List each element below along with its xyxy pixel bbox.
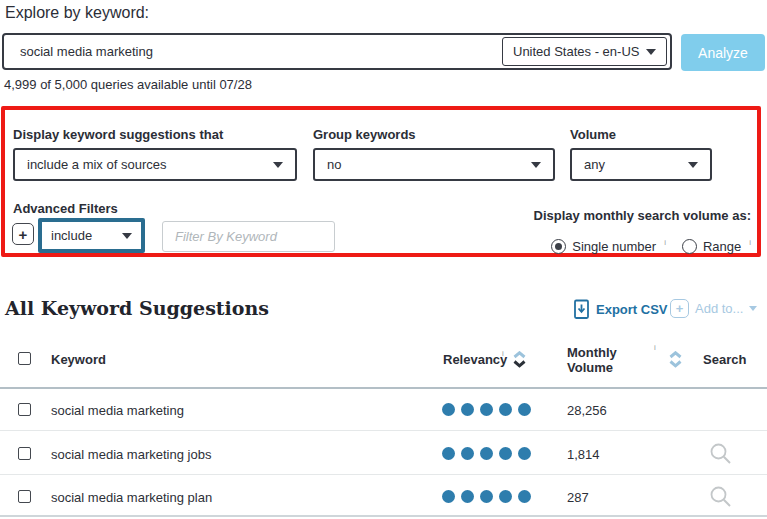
info-icon: i xyxy=(654,343,656,352)
range-label: Range xyxy=(703,239,741,254)
volume-filter-value: any xyxy=(584,157,605,172)
export-csv-icon xyxy=(573,299,590,320)
search-keyword-button[interactable] xyxy=(709,485,733,513)
chevron-down-icon xyxy=(531,162,541,168)
relevancy-dot-icon xyxy=(442,403,455,416)
advanced-filters-label: Advanced Filters xyxy=(13,201,118,216)
query-quota-text: 4,999 of 5,000 queries available until 0… xyxy=(4,77,252,92)
relevancy-dots xyxy=(442,447,531,460)
radio-unselected-icon[interactable] xyxy=(682,239,697,254)
sort-relevancy-icon[interactable] xyxy=(512,351,527,368)
group-keywords-value: no xyxy=(327,157,341,172)
chevron-down-icon xyxy=(122,233,132,239)
chevron-down-icon xyxy=(646,49,656,55)
relevancy-dot-icon xyxy=(461,447,474,460)
row-monthly-volume: 1,814 xyxy=(567,447,600,462)
relevancy-dots xyxy=(442,403,531,416)
row-keyword: social media marketing plan xyxy=(51,490,212,505)
analyze-button[interactable]: Analyze xyxy=(681,34,765,71)
select-all-checkbox[interactable] xyxy=(18,352,31,365)
suggestions-filter-label: Display keyword suggestions that xyxy=(13,127,223,142)
row-keyword: social media marketing jobs xyxy=(51,447,211,462)
relevancy-dot-icon xyxy=(518,403,531,416)
info-icon: i xyxy=(664,238,666,247)
single-number-label: Single number xyxy=(572,239,656,254)
row-monthly-volume: 28,256 xyxy=(567,403,607,418)
chevron-down-icon xyxy=(273,162,283,168)
locale-select-value: United States - en-US xyxy=(513,44,639,59)
magnifier-icon xyxy=(709,442,733,466)
relevancy-dots xyxy=(442,490,531,503)
keyword-search-bar[interactable]: social media marketing United States - e… xyxy=(2,33,672,70)
relevancy-dot-icon xyxy=(480,490,493,503)
filter-by-keyword-input[interactable] xyxy=(162,221,335,252)
add-to-button[interactable]: + Add to... xyxy=(670,299,757,318)
relevancy-dot-icon xyxy=(499,447,512,460)
section-title: All Keyword Suggestions xyxy=(5,297,269,319)
keyword-explorer-page: Explore by keyword: social media marketi… xyxy=(0,0,767,519)
row-keyword: social media marketing xyxy=(51,403,184,418)
filters-highlight-panel: Display keyword suggestions that include… xyxy=(1,106,761,257)
radio-selected-icon[interactable] xyxy=(551,239,566,254)
relevancy-dot-icon xyxy=(442,490,455,503)
chevron-down-icon xyxy=(749,306,757,311)
relevancy-dot-icon xyxy=(461,490,474,503)
group-keywords-select[interactable]: no xyxy=(313,148,555,181)
filter-condition-select[interactable]: include xyxy=(38,218,145,253)
table-row: social media marketing 28,256 xyxy=(0,389,767,431)
export-csv-label: Export CSV xyxy=(596,302,668,317)
table-row: social media marketing plan 287 xyxy=(0,476,767,517)
suggestions-source-value: include a mix of sources xyxy=(27,157,166,172)
suggestions-source-select[interactable]: include a mix of sources xyxy=(13,148,297,181)
filter-condition-value: include xyxy=(51,228,92,243)
display-volume-radio-group: Single number i Range i xyxy=(551,239,751,254)
single-number-option[interactable]: Single number i xyxy=(551,239,666,254)
volume-filter-select[interactable]: any xyxy=(570,148,712,181)
info-icon: i xyxy=(502,349,504,358)
relevancy-dot-icon xyxy=(518,490,531,503)
chevron-down-icon xyxy=(688,162,698,168)
locale-select[interactable]: United States - en-US xyxy=(502,37,667,66)
row-checkbox[interactable] xyxy=(18,403,31,416)
search-column-header: Search xyxy=(703,352,746,367)
monthly-volume-column-header: Monthly Volume xyxy=(567,345,619,375)
relevancy-column-header: Relevancy xyxy=(443,352,507,367)
range-option[interactable]: Range i xyxy=(682,239,751,254)
table-row: social media marketing jobs 1,814 xyxy=(0,432,767,475)
info-icon: i xyxy=(749,238,751,247)
relevancy-dot-icon xyxy=(461,403,474,416)
add-filter-button[interactable]: + xyxy=(12,223,34,245)
search-keyword-button[interactable] xyxy=(709,442,733,470)
page-title: Explore by keyword: xyxy=(5,4,149,22)
relevancy-dot-icon xyxy=(442,447,455,460)
relevancy-dot-icon xyxy=(480,447,493,460)
row-monthly-volume: 287 xyxy=(567,490,589,505)
sort-monthly-volume-icon[interactable] xyxy=(668,351,683,368)
display-volume-label: Display monthly search volume as: xyxy=(534,208,751,223)
keyword-column-header: Keyword xyxy=(51,352,106,367)
export-csv-button[interactable]: Export CSV xyxy=(573,299,668,320)
relevancy-dot-icon xyxy=(518,447,531,460)
group-keywords-label: Group keywords xyxy=(313,127,416,142)
row-checkbox[interactable] xyxy=(18,490,31,503)
magnifier-icon xyxy=(709,485,733,509)
plus-icon: + xyxy=(670,299,689,318)
relevancy-dot-icon xyxy=(480,403,493,416)
relevancy-dot-icon xyxy=(499,403,512,416)
row-checkbox[interactable] xyxy=(18,447,31,460)
volume-filter-label: Volume xyxy=(570,127,616,142)
relevancy-dot-icon xyxy=(499,490,512,503)
add-to-label: Add to... xyxy=(695,301,743,316)
